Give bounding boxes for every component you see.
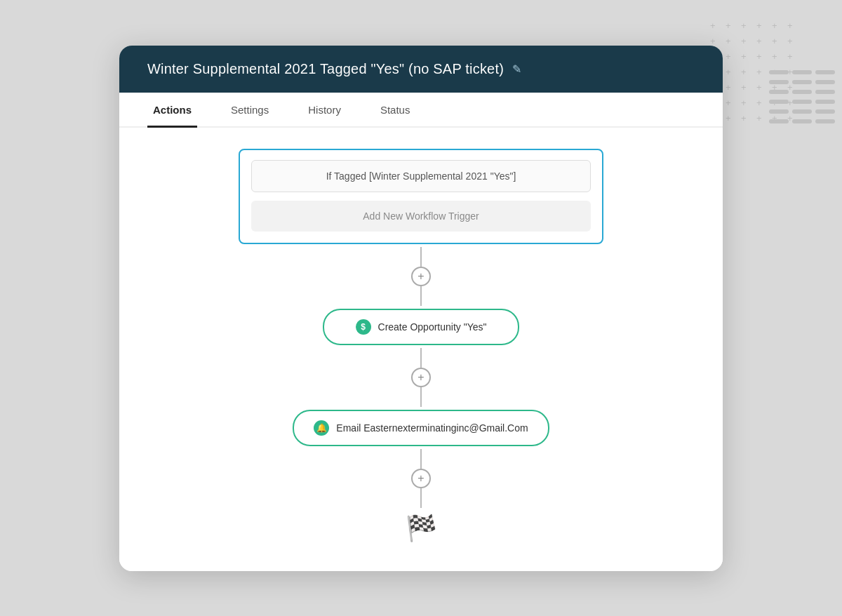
connector-line-2 — [420, 348, 422, 368]
add-step-button-1[interactable]: + — [411, 267, 431, 286]
connector-1: + — [411, 247, 431, 306]
add-trigger-button[interactable]: Add New Workflow Trigger — [251, 201, 591, 232]
email-action-node[interactable]: 🔔 Email Easternexterminatinginc@Gmail.Co… — [293, 410, 549, 446]
tab-history[interactable]: History — [302, 93, 347, 128]
edit-icon[interactable]: ✎ — [512, 62, 521, 76]
tabs-bar: Actions Settings History Status — [119, 93, 723, 128]
connector-line-3b — [420, 488, 422, 508]
email-action-label: Email Easternexterminatinginc@Gmail.Com — [336, 422, 528, 434]
connector-3: + — [411, 449, 431, 508]
create-opportunity-label: Create Opportunity "Yes" — [378, 321, 487, 333]
connector-line-1b — [420, 286, 422, 306]
tab-actions[interactable]: Actions — [147, 93, 197, 128]
trigger-box: If Tagged [Winter Supplemental 2021 "Yes… — [239, 149, 603, 244]
connector-line-2b — [420, 387, 422, 407]
decorative-dots-right — [769, 70, 835, 123]
modal-title: Winter Supplemental 2021 Tagged "Yes" (n… — [147, 61, 504, 77]
email-icon: 🔔 — [314, 420, 329, 436]
tab-status[interactable]: Status — [375, 93, 416, 128]
opportunity-icon: $ — [356, 319, 371, 335]
create-opportunity-node[interactable]: $ Create Opportunity "Yes" — [323, 309, 519, 345]
connector-line-1 — [420, 247, 422, 267]
connector-line-3 — [420, 449, 422, 469]
modal-card: Winter Supplemental 2021 Tagged "Yes" (n… — [119, 46, 723, 571]
modal-header: Winter Supplemental 2021 Tagged "Yes" (n… — [119, 46, 723, 93]
tab-settings[interactable]: Settings — [225, 93, 274, 128]
trigger-condition: If Tagged [Winter Supplemental 2021 "Yes… — [251, 160, 591, 192]
finish-flag: 🏁 — [406, 514, 437, 543]
outer-wrapper: ++++++ ++++++ ++++++ ++++++ ++++++ +++++… — [0, 0, 842, 616]
modal-body: If Tagged [Winter Supplemental 2021 "Yes… — [119, 128, 723, 571]
add-step-button-3[interactable]: + — [411, 469, 431, 488]
connector-2: + — [411, 348, 431, 407]
add-step-button-2[interactable]: + — [411, 368, 431, 387]
